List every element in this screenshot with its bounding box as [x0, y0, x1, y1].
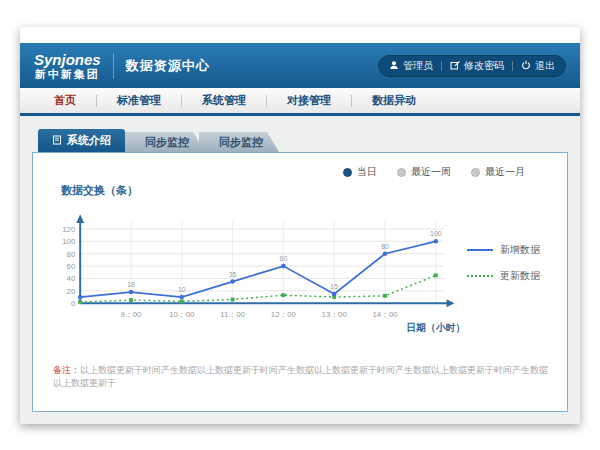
- app-header: Synjones 新中新集团 数据资源中心 管理员 修改密码: [20, 43, 580, 88]
- logout-label: 退出: [535, 59, 555, 73]
- page-top-strip: [20, 27, 580, 43]
- svg-text:14：00: 14：00: [372, 310, 398, 319]
- nav-item-interface-mgmt[interactable]: 对接管理: [267, 93, 351, 108]
- change-password-label: 修改密码: [464, 59, 504, 73]
- solid-line-icon: [467, 249, 493, 251]
- tab-label: 同步监控: [145, 135, 189, 150]
- app-title: 数据资源中心: [126, 57, 210, 75]
- svg-text:13：00: 13：00: [322, 310, 348, 319]
- svg-text:15: 15: [330, 283, 338, 290]
- radio-today[interactable]: 当日: [343, 165, 377, 179]
- browser-canvas: Synjones 新中新集团 数据资源中心 管理员 修改密码: [0, 0, 600, 450]
- series-legend: 新增数据 更新数据: [467, 243, 555, 283]
- page-window: Synjones 新中新集团 数据资源中心 管理员 修改密码: [20, 27, 580, 424]
- power-icon: [521, 60, 531, 72]
- svg-text:10: 10: [178, 286, 186, 293]
- user-toolbar: 管理员 修改密码 退出: [378, 55, 566, 77]
- footnote: 备注：以上数据更新于时间产生数据以上数据更新于时间产生数据以上数据更新于时间产生…: [45, 364, 555, 389]
- admin-user-button[interactable]: 管理员: [389, 59, 433, 73]
- brand-block: Synjones 新中新集团 数据资源中心: [34, 52, 210, 80]
- chart-y-axis-title: 数据交换（条）: [61, 183, 555, 198]
- edit-icon: [450, 60, 460, 72]
- legend-label: 新增数据: [500, 243, 540, 257]
- tab-label: 系统介绍: [67, 133, 111, 148]
- svg-text:35: 35: [229, 271, 237, 278]
- userbar-divider: [512, 61, 513, 71]
- svg-text:40: 40: [67, 274, 76, 283]
- tab-label: 同步监控: [219, 135, 263, 150]
- svg-text:18: 18: [127, 281, 135, 288]
- legend-label: 更新数据: [500, 269, 540, 283]
- legend-item-update-data: 更新数据: [467, 269, 555, 283]
- nav-item-system-mgmt[interactable]: 系统管理: [182, 93, 266, 108]
- footnote-text: 以上数据更新于时间产生数据以上数据更新于时间产生数据以上数据更新于时间产生数据以…: [53, 365, 548, 388]
- svg-text:20: 20: [67, 287, 76, 296]
- svg-text:80: 80: [381, 243, 389, 250]
- svg-text:80: 80: [67, 250, 76, 259]
- change-password-button[interactable]: 修改密码: [450, 59, 504, 73]
- svg-text:12：00: 12：00: [271, 310, 297, 319]
- footnote-prefix: 备注：: [53, 365, 80, 375]
- radio-dot-icon: [471, 168, 480, 177]
- radio-dot-icon: [343, 168, 352, 177]
- logo-cn-text: 新中新集团: [35, 69, 100, 80]
- dotted-line-icon: [467, 275, 493, 277]
- tab-sync-monitor-2[interactable]: 同步监控: [199, 132, 279, 152]
- content-area: 系统介绍 同步监控 同步监控 当日 最近一周: [20, 116, 580, 424]
- radio-label: 当日: [357, 165, 377, 179]
- nav-item-data-change[interactable]: 数据异动: [352, 93, 436, 108]
- time-range-filter: 当日 最近一周 最近一月: [45, 161, 555, 179]
- company-logo: Synjones 新中新集团: [34, 52, 101, 80]
- svg-text:11：00: 11：00: [220, 310, 245, 319]
- svg-text:100: 100: [62, 237, 76, 246]
- tab-bar: 系统介绍 同步监控 同步监控: [38, 129, 568, 152]
- line-chart: 0204060801001209：0010：0011：0012：0013：001…: [45, 200, 467, 340]
- nav-item-standard-mgmt[interactable]: 标准管理: [97, 93, 181, 108]
- radio-dot-icon: [397, 168, 406, 177]
- radio-last-week[interactable]: 最近一周: [397, 165, 451, 179]
- legend-item-new-data: 新增数据: [467, 243, 555, 257]
- userbar-divider: [441, 61, 442, 71]
- svg-text:10：00: 10：00: [169, 310, 195, 319]
- radio-label: 最近一周: [411, 165, 451, 179]
- tab-sync-monitor-1[interactable]: 同步监控: [125, 132, 205, 152]
- main-nav: 首页 标准管理 系统管理 对接管理 数据异动: [20, 88, 580, 116]
- admin-user-label: 管理员: [403, 59, 433, 73]
- user-icon: [389, 60, 399, 72]
- svg-text:120: 120: [62, 225, 76, 234]
- svg-text:0: 0: [71, 299, 76, 308]
- logout-button[interactable]: 退出: [521, 59, 555, 73]
- svg-text:60: 60: [67, 262, 76, 271]
- radio-last-month[interactable]: 最近一月: [471, 165, 525, 179]
- svg-text:日期（小时）: 日期（小时）: [407, 322, 466, 333]
- document-icon: [52, 135, 62, 147]
- nav-item-home[interactable]: 首页: [34, 93, 96, 108]
- chart-panel: 当日 最近一周 最近一月 数据交换（条） 0204060801001209：00…: [32, 152, 568, 412]
- svg-text:60: 60: [280, 255, 288, 262]
- svg-text:100: 100: [430, 230, 442, 237]
- radio-label: 最近一月: [485, 165, 525, 179]
- chart-row: 0204060801001209：0010：0011：0012：0013：001…: [45, 200, 555, 340]
- tab-system-intro[interactable]: 系统介绍: [38, 129, 125, 152]
- svg-text:9：00: 9：00: [121, 310, 142, 319]
- header-divider: [113, 53, 114, 79]
- logo-en-text: Synjones: [34, 52, 101, 67]
